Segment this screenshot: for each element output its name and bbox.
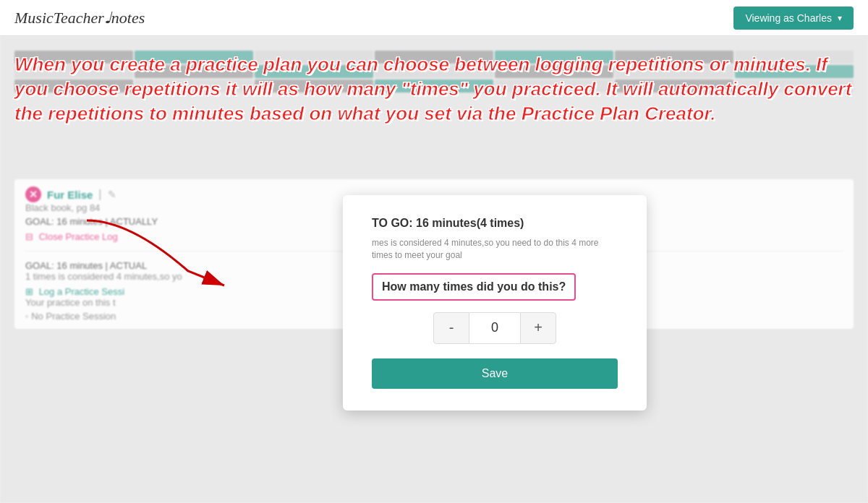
practice-log-modal: TO GO: 16 minutes(4 times) mes is consid…: [343, 195, 647, 410]
decrement-button[interactable]: -: [433, 312, 469, 344]
arrow-container: [72, 213, 275, 303]
annotation-text: When you create a practice plan you can …: [14, 53, 854, 126]
question-text: How many times did you do this?: [372, 273, 576, 301]
to-go-text: TO GO: 16 minutes(4 times): [372, 217, 618, 230]
modal-note-text: mes is considered 4 minutes,so you need …: [372, 237, 618, 262]
increment-button[interactable]: +: [520, 312, 556, 344]
save-button[interactable]: Save: [372, 358, 618, 389]
header: MusicTeacher♩notes Viewing as Charles: [0, 0, 868, 36]
arrow-icon: [72, 213, 275, 300]
piece-title: Fur Elise: [47, 189, 93, 201]
repetition-stepper: - 0 +: [372, 312, 618, 344]
remove-icon: ✕: [25, 186, 41, 202]
viewing-as-button[interactable]: Viewing as Charles: [733, 7, 854, 30]
annotation-overlay: When you create a practice plan you can …: [0, 40, 868, 133]
logo: MusicTeacher♩notes: [14, 9, 145, 27]
stepper-value: 0: [469, 312, 520, 344]
